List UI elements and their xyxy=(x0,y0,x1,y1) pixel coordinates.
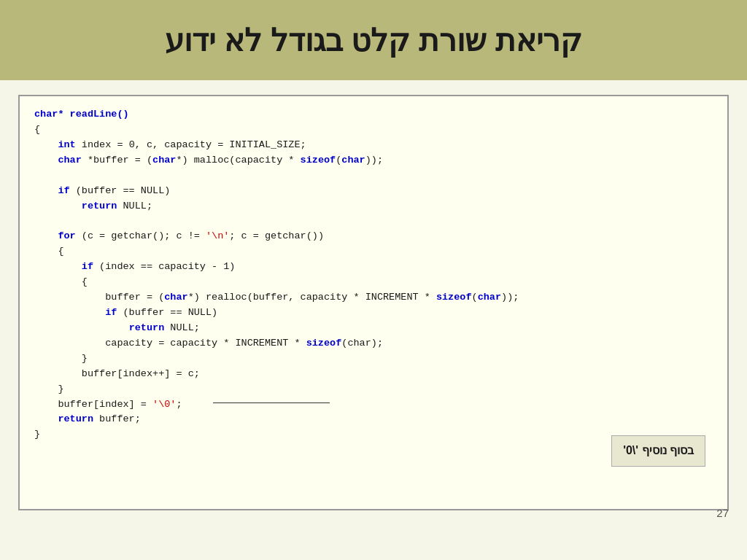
keyword-if-1: if xyxy=(58,185,69,196)
page-number: 27 xyxy=(716,507,729,519)
slide-header: קריאת שורת קלט בגודל לא ידוע xyxy=(0,0,747,80)
builtin-sizeof-1: sizeof xyxy=(301,155,336,166)
code-line-2: { xyxy=(34,122,713,138)
code-line-17: } xyxy=(34,351,713,367)
underline-decoration xyxy=(213,402,330,403)
code-line-18: buffer[index++] = c; xyxy=(34,367,713,382)
code-line-3: int index = 0, c, capacity = INITIAL_SIZ… xyxy=(34,138,713,153)
keyword-if-2: if xyxy=(82,261,93,272)
code-line-12: { xyxy=(34,275,713,290)
builtin-sizeof-3: sizeof xyxy=(306,338,342,349)
keyword-char-3: char xyxy=(341,155,365,166)
keyword-if-3: if xyxy=(105,307,117,318)
keyword-return-2: return xyxy=(129,322,165,333)
keyword-char-4: char xyxy=(164,292,187,303)
keyword-int: int xyxy=(58,139,75,150)
code-line-21: return buffer; xyxy=(34,412,713,427)
string-null-char: '\0' xyxy=(152,399,176,410)
code-line-20: buffer[index] = '\0'; xyxy=(34,397,713,413)
code-line-4: char *buffer = (char*) malloc(capacity *… xyxy=(34,153,713,168)
code-line-10: { xyxy=(34,244,713,260)
code-block: char* readLine() { int index = 0, c, cap… xyxy=(18,95,729,510)
code-line-11: if (index == capacity - 1) xyxy=(34,260,713,275)
annotation-box: בסוף נוסיף '\0' xyxy=(611,435,705,467)
keyword-char-1: char xyxy=(58,155,81,166)
code-line-7: return NULL; xyxy=(34,199,713,214)
code-line-13: buffer = (char*) realloc(buffer, capacit… xyxy=(34,290,713,306)
keyword-char-2: char xyxy=(152,155,176,166)
code-line-9: for (c = getchar(); c != '\n'; c = getch… xyxy=(34,229,713,244)
keyword-char-5: char xyxy=(478,292,501,303)
keyword-return-1: return xyxy=(82,201,117,211)
keyword-return-3: return xyxy=(58,413,93,424)
builtin-sizeof-2: sizeof xyxy=(436,292,472,303)
code-line-19: } xyxy=(34,382,713,397)
code-line-15: return NULL; xyxy=(34,321,713,336)
code-line-6: if (buffer == NULL) xyxy=(34,184,713,199)
string-newline: '\n' xyxy=(206,230,229,241)
annotation-text: בסוף נוסיף '\0' xyxy=(623,444,694,456)
slide-title: קריאת שורת קלט בגודל לא ידוע xyxy=(165,23,581,58)
code-line-1: char* readLine() xyxy=(34,107,713,122)
code-line-14: if (buffer == NULL) xyxy=(34,306,713,321)
main-content: char* readLine() { int index = 0, c, cap… xyxy=(0,80,747,525)
code-line-8 xyxy=(34,214,713,229)
keyword-for: for xyxy=(58,230,75,241)
code-line-5 xyxy=(34,168,713,184)
code-token: char* readLine() xyxy=(34,109,129,120)
code-line-16: capacity = capacity * INCREMENT * sizeof… xyxy=(34,336,713,351)
